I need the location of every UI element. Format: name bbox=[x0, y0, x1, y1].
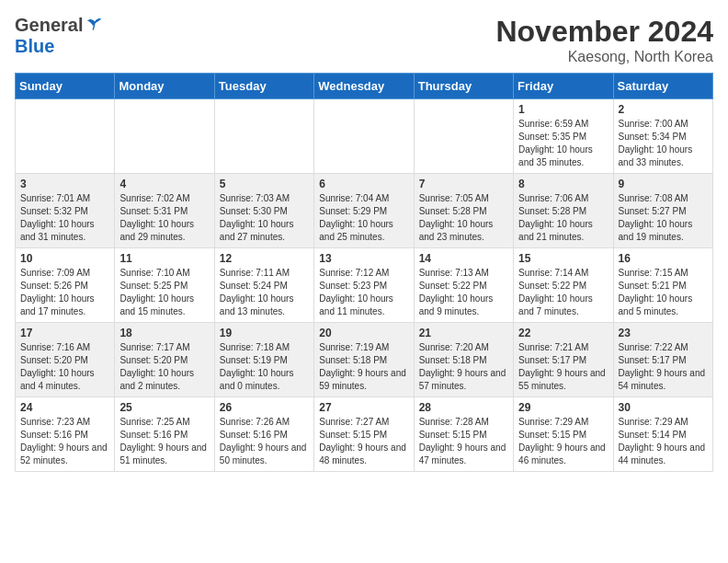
day-info: Sunrise: 7:21 AM Sunset: 5:17 PM Dayligh… bbox=[518, 341, 608, 393]
day-info: Sunrise: 7:16 AM Sunset: 5:20 PM Dayligh… bbox=[20, 341, 109, 393]
logo: General Blue bbox=[15, 15, 105, 57]
calendar-day-13: 13Sunrise: 7:12 AM Sunset: 5:23 PM Dayli… bbox=[314, 248, 414, 323]
logo-bird-icon bbox=[85, 17, 105, 34]
day-info: Sunrise: 7:22 AM Sunset: 5:17 PM Dayligh… bbox=[619, 341, 708, 393]
day-info: Sunrise: 7:23 AM Sunset: 5:16 PM Dayligh… bbox=[20, 416, 109, 467]
day-number: 7 bbox=[419, 178, 508, 190]
weekday-header-friday: Friday bbox=[514, 74, 613, 99]
weekday-header-monday: Monday bbox=[115, 74, 214, 99]
logo-blue-text: Blue bbox=[15, 36, 54, 57]
calendar-day-9: 9Sunrise: 7:08 AM Sunset: 5:27 PM Daylig… bbox=[613, 174, 712, 248]
day-info: Sunrise: 7:27 AM Sunset: 5:15 PM Dayligh… bbox=[319, 416, 408, 467]
day-info: Sunrise: 7:11 AM Sunset: 5:24 PM Dayligh… bbox=[220, 267, 309, 318]
empty-day-cell bbox=[314, 99, 414, 174]
calendar-day-6: 6Sunrise: 7:04 AM Sunset: 5:29 PM Daylig… bbox=[314, 174, 414, 248]
empty-day-cell bbox=[115, 99, 214, 174]
day-number: 11 bbox=[119, 252, 209, 265]
calendar-day-23: 23Sunrise: 7:22 AM Sunset: 5:17 PM Dayli… bbox=[613, 323, 712, 397]
day-number: 21 bbox=[419, 327, 508, 339]
day-info: Sunrise: 7:28 AM Sunset: 5:15 PM Dayligh… bbox=[419, 416, 508, 467]
day-number: 9 bbox=[619, 178, 708, 190]
day-number: 19 bbox=[220, 327, 309, 339]
day-number: 5 bbox=[220, 178, 309, 190]
calendar-day-16: 16Sunrise: 7:15 AM Sunset: 5:21 PM Dayli… bbox=[613, 248, 712, 323]
day-number: 20 bbox=[319, 327, 408, 339]
day-info: Sunrise: 7:17 AM Sunset: 5:20 PM Dayligh… bbox=[119, 341, 209, 393]
calendar-day-21: 21Sunrise: 7:20 AM Sunset: 5:18 PM Dayli… bbox=[414, 323, 513, 397]
calendar-day-24: 24Sunrise: 7:23 AM Sunset: 5:16 PM Dayli… bbox=[16, 397, 115, 472]
day-info: Sunrise: 7:06 AM Sunset: 5:28 PM Dayligh… bbox=[518, 192, 608, 244]
calendar-day-5: 5Sunrise: 7:03 AM Sunset: 5:30 PM Daylig… bbox=[214, 174, 313, 248]
day-number: 18 bbox=[119, 327, 209, 339]
calendar-day-26: 26Sunrise: 7:26 AM Sunset: 5:16 PM Dayli… bbox=[214, 397, 313, 472]
day-info: Sunrise: 7:09 AM Sunset: 5:26 PM Dayligh… bbox=[20, 267, 109, 318]
day-info: Sunrise: 7:04 AM Sunset: 5:29 PM Dayligh… bbox=[319, 192, 408, 244]
day-info: Sunrise: 7:20 AM Sunset: 5:18 PM Dayligh… bbox=[419, 341, 508, 393]
calendar-day-20: 20Sunrise: 7:19 AM Sunset: 5:18 PM Dayli… bbox=[314, 323, 414, 397]
calendar-day-1: 1Sunrise: 6:59 AM Sunset: 5:35 PM Daylig… bbox=[514, 99, 613, 174]
calendar-week-row: 10Sunrise: 7:09 AM Sunset: 5:26 PM Dayli… bbox=[16, 248, 713, 323]
day-info: Sunrise: 7:13 AM Sunset: 5:22 PM Dayligh… bbox=[419, 267, 508, 318]
calendar-day-2: 2Sunrise: 7:00 AM Sunset: 5:34 PM Daylig… bbox=[613, 99, 712, 174]
calendar-day-11: 11Sunrise: 7:10 AM Sunset: 5:25 PM Dayli… bbox=[115, 248, 214, 323]
day-number: 30 bbox=[619, 401, 708, 414]
calendar-day-28: 28Sunrise: 7:28 AM Sunset: 5:15 PM Dayli… bbox=[414, 397, 513, 472]
calendar-week-row: 24Sunrise: 7:23 AM Sunset: 5:16 PM Dayli… bbox=[16, 397, 713, 472]
calendar-day-7: 7Sunrise: 7:05 AM Sunset: 5:28 PM Daylig… bbox=[414, 174, 513, 248]
day-number: 8 bbox=[518, 178, 608, 190]
calendar-day-4: 4Sunrise: 7:02 AM Sunset: 5:31 PM Daylig… bbox=[115, 174, 214, 248]
day-info: Sunrise: 7:12 AM Sunset: 5:23 PM Dayligh… bbox=[319, 267, 408, 318]
calendar-day-22: 22Sunrise: 7:21 AM Sunset: 5:17 PM Dayli… bbox=[514, 323, 613, 397]
day-number: 17 bbox=[20, 327, 109, 339]
weekday-header-row: SundayMondayTuesdayWednesdayThursdayFrid… bbox=[16, 74, 713, 99]
day-info: Sunrise: 7:15 AM Sunset: 5:21 PM Dayligh… bbox=[619, 267, 708, 318]
day-info: Sunrise: 7:05 AM Sunset: 5:28 PM Dayligh… bbox=[419, 192, 508, 244]
day-info: Sunrise: 7:02 AM Sunset: 5:31 PM Dayligh… bbox=[119, 192, 209, 244]
page-header: General Blue November 2024 Kaesong, Nort… bbox=[15, 15, 713, 65]
calendar-day-12: 12Sunrise: 7:11 AM Sunset: 5:24 PM Dayli… bbox=[214, 248, 313, 323]
calendar-day-25: 25Sunrise: 7:25 AM Sunset: 5:16 PM Dayli… bbox=[115, 397, 214, 472]
weekday-header-thursday: Thursday bbox=[414, 74, 513, 99]
day-number: 16 bbox=[619, 252, 708, 265]
calendar-week-row: 17Sunrise: 7:16 AM Sunset: 5:20 PM Dayli… bbox=[16, 323, 713, 397]
day-info: Sunrise: 7:18 AM Sunset: 5:19 PM Dayligh… bbox=[220, 341, 309, 393]
calendar-day-19: 19Sunrise: 7:18 AM Sunset: 5:19 PM Dayli… bbox=[214, 323, 313, 397]
calendar-day-30: 30Sunrise: 7:29 AM Sunset: 5:14 PM Dayli… bbox=[613, 397, 712, 472]
calendar-day-14: 14Sunrise: 7:13 AM Sunset: 5:22 PM Dayli… bbox=[414, 248, 513, 323]
day-info: Sunrise: 7:14 AM Sunset: 5:22 PM Dayligh… bbox=[518, 267, 608, 318]
day-number: 25 bbox=[119, 401, 209, 414]
day-info: Sunrise: 6:59 AM Sunset: 5:35 PM Dayligh… bbox=[518, 118, 608, 169]
month-title: November 2024 bbox=[495, 15, 713, 49]
day-info: Sunrise: 7:29 AM Sunset: 5:15 PM Dayligh… bbox=[518, 416, 608, 467]
calendar-day-27: 27Sunrise: 7:27 AM Sunset: 5:15 PM Dayli… bbox=[314, 397, 414, 472]
day-number: 22 bbox=[518, 327, 608, 339]
logo-general-text: General bbox=[15, 15, 83, 36]
day-number: 15 bbox=[518, 252, 608, 265]
calendar-day-3: 3Sunrise: 7:01 AM Sunset: 5:32 PM Daylig… bbox=[16, 174, 115, 248]
day-number: 3 bbox=[20, 178, 109, 190]
empty-day-cell bbox=[16, 99, 115, 174]
title-area: November 2024 Kaesong, North Korea bbox=[495, 15, 713, 65]
empty-day-cell bbox=[214, 99, 313, 174]
day-number: 23 bbox=[619, 327, 708, 339]
calendar-day-29: 29Sunrise: 7:29 AM Sunset: 5:15 PM Dayli… bbox=[514, 397, 613, 472]
empty-day-cell bbox=[414, 99, 513, 174]
day-number: 13 bbox=[319, 252, 408, 265]
day-info: Sunrise: 7:00 AM Sunset: 5:34 PM Dayligh… bbox=[619, 118, 708, 169]
calendar-day-10: 10Sunrise: 7:09 AM Sunset: 5:26 PM Dayli… bbox=[16, 248, 115, 323]
day-number: 28 bbox=[419, 401, 508, 414]
day-info: Sunrise: 7:01 AM Sunset: 5:32 PM Dayligh… bbox=[20, 192, 109, 244]
day-number: 29 bbox=[518, 401, 608, 414]
day-info: Sunrise: 7:03 AM Sunset: 5:30 PM Dayligh… bbox=[220, 192, 309, 244]
weekday-header-tuesday: Tuesday bbox=[214, 74, 313, 99]
day-number: 4 bbox=[119, 178, 209, 190]
calendar-day-18: 18Sunrise: 7:17 AM Sunset: 5:20 PM Dayli… bbox=[115, 323, 214, 397]
calendar-day-17: 17Sunrise: 7:16 AM Sunset: 5:20 PM Dayli… bbox=[16, 323, 115, 397]
day-info: Sunrise: 7:26 AM Sunset: 5:16 PM Dayligh… bbox=[220, 416, 309, 467]
day-info: Sunrise: 7:25 AM Sunset: 5:16 PM Dayligh… bbox=[119, 416, 209, 467]
day-number: 27 bbox=[319, 401, 408, 414]
day-number: 10 bbox=[20, 252, 109, 265]
day-number: 12 bbox=[220, 252, 309, 265]
day-number: 24 bbox=[20, 401, 109, 414]
day-info: Sunrise: 7:08 AM Sunset: 5:27 PM Dayligh… bbox=[619, 192, 708, 244]
